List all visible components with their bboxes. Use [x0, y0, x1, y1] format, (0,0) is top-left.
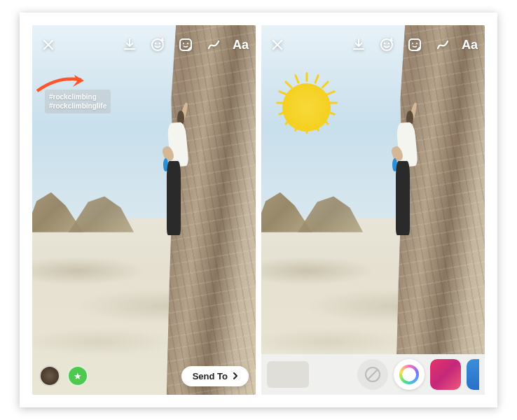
- svg-point-11: [416, 43, 418, 44]
- your-story-avatar[interactable]: [39, 365, 60, 386]
- magenta-pen-button[interactable]: [430, 359, 461, 390]
- svg-point-1: [155, 43, 156, 44]
- svg-point-8: [388, 43, 390, 44]
- svg-point-0: [152, 39, 163, 50]
- close-icon[interactable]: [268, 36, 287, 54]
- chevron-right-icon: [230, 371, 240, 381]
- climber-figure: [382, 99, 422, 247]
- hashtag-line-2: #rockclimbinglife: [49, 102, 106, 111]
- climber-figure: [153, 99, 193, 247]
- sticker-icon[interactable]: [177, 36, 195, 54]
- no-color-pen-button[interactable]: [357, 359, 388, 390]
- svg-point-2: [159, 43, 160, 44]
- draw-icon[interactable]: [205, 36, 223, 54]
- sticker-icon[interactable]: [406, 36, 424, 54]
- svg-point-10: [412, 43, 413, 44]
- top-toolbar: Aa: [39, 32, 249, 57]
- text-tool-button[interactable]: Aa: [462, 38, 478, 52]
- face-filter-icon[interactable]: [378, 36, 396, 54]
- draw-tool-bar: [261, 354, 485, 395]
- draw-icon[interactable]: [434, 36, 452, 54]
- close-friends-avatar[interactable]: [67, 365, 88, 386]
- svg-point-5: [187, 43, 188, 44]
- svg-point-6: [381, 39, 392, 50]
- svg-point-4: [183, 43, 184, 44]
- face-filter-icon[interactable]: [149, 36, 167, 54]
- download-icon[interactable]: [350, 36, 368, 54]
- blue-pen-button[interactable]: [467, 359, 479, 390]
- send-to-label: Send To: [193, 371, 228, 382]
- screenshot-pair-frame: Aa #rockclimbing #rockclimbinglife Send …: [20, 13, 497, 407]
- svg-point-7: [384, 43, 385, 44]
- story-editor-right: Aa // rays generated below after data lo…: [261, 25, 485, 395]
- download-icon[interactable]: [120, 36, 139, 54]
- send-to-button[interactable]: Send To: [181, 366, 249, 386]
- bottom-bar: Send To: [39, 365, 249, 386]
- annotation-arrow: [34, 70, 90, 98]
- text-tool-button[interactable]: Aa: [233, 38, 249, 52]
- top-toolbar: Aa: [268, 32, 478, 57]
- rainbow-pen-button[interactable]: [394, 359, 425, 390]
- sun-sticker[interactable]: // rays generated below after data load: [270, 71, 343, 144]
- close-icon[interactable]: [39, 36, 57, 54]
- draw-preview-swatch: [267, 361, 309, 388]
